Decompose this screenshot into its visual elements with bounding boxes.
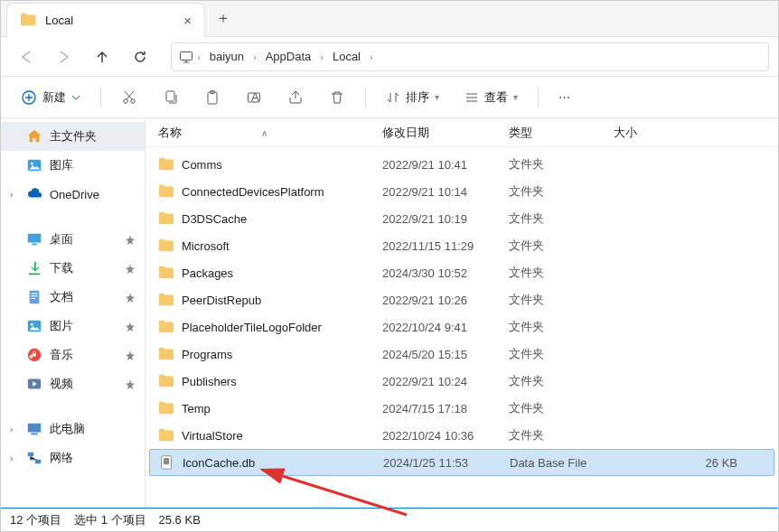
file-name: ConnectedDevicesPlatform [182, 185, 324, 199]
chevron-right-icon[interactable]: › [10, 453, 19, 463]
paste-button[interactable] [195, 82, 230, 113]
pin-icon [126, 350, 136, 360]
folder-row[interactable]: Comms2022/9/21 10:41文件夹 [149, 151, 774, 178]
new-button[interactable]: 新建 [12, 82, 89, 113]
file-type: 文件夹 [509, 346, 614, 362]
svg-rect-0 [181, 51, 192, 60]
folder-row[interactable]: Temp2024/7/15 17:18文件夹 [149, 395, 774, 422]
file-name: PeerDistRepub [182, 294, 261, 307]
sidebar-item-network[interactable]: › 网络 [1, 443, 145, 472]
file-type: 文件夹 [509, 373, 614, 389]
folder-row[interactable]: ConnectedDevicesPlatform2022/9/21 10:14文… [149, 178, 774, 205]
folder-row[interactable]: Microsoft2022/11/15 11:29文件夹 [149, 232, 774, 259]
sort-button[interactable]: 排序 ▾ [377, 82, 448, 113]
rename-button[interactable]: A [237, 82, 271, 113]
more-button[interactable]: ⋯ [549, 82, 579, 113]
svg-rect-21 [28, 424, 41, 433]
file-row[interactable]: IconCache.db2024/1/25 11:53Data Base Fil… [149, 449, 774, 476]
folder-icon [158, 210, 174, 227]
sidebar-item-pinned[interactable]: 桌面 [1, 225, 145, 254]
delete-button[interactable] [320, 82, 354, 113]
sidebar: 主文件夹 图库 › OneDrive 桌面下载文档图片音乐视频 › 此电脑 › … [1, 118, 145, 508]
chevron-down-icon [71, 93, 80, 102]
sidebar-item-pinned[interactable]: 文档 [1, 283, 145, 312]
file-name: IconCache.db [183, 456, 255, 470]
sidebar-item-pinned[interactable]: 下载 [1, 254, 145, 283]
close-tab-icon[interactable]: × [183, 13, 192, 28]
sidebar-icon [26, 231, 42, 247]
file-type: 文件夹 [509, 400, 614, 416]
breadcrumb[interactable]: › baiyun › AppData › Local › [171, 42, 769, 71]
file-date: 2022/9/21 10:24 [382, 375, 509, 388]
titlebar: Local × ＋ [1, 1, 778, 37]
address-bar: › baiyun › AppData › Local › [1, 37, 778, 77]
file-name: Publishers [182, 375, 237, 388]
chevron-right-icon[interactable]: › [10, 190, 19, 200]
folder-row[interactable]: D3DSCache2022/9/21 10:19文件夹 [149, 205, 774, 232]
breadcrumb-item[interactable]: baiyun [204, 48, 249, 65]
new-tab-button[interactable]: ＋ [205, 1, 241, 37]
sidebar-label: 主文件夹 [50, 128, 97, 145]
folder-icon [158, 400, 174, 416]
svg-rect-12 [32, 244, 36, 246]
view-button[interactable]: 查看 ▾ [455, 82, 527, 113]
file-date: 2024/5/20 15:15 [382, 348, 509, 361]
folder-row[interactable]: Programs2024/5/20 15:15文件夹 [149, 341, 774, 368]
file-date: 2022/11/15 11:29 [382, 239, 509, 253]
sidebar-item-pinned[interactable]: 图片 [1, 312, 145, 341]
file-type: 文件夹 [509, 265, 614, 281]
sidebar-item-pinned[interactable]: 视频 [1, 369, 145, 398]
file-type: 文件夹 [509, 210, 614, 227]
folder-row[interactable]: VirtualStore2022/10/24 10:36文件夹 [149, 422, 774, 449]
nav-up-button[interactable] [86, 41, 118, 73]
sidebar-icon [26, 260, 42, 276]
nav-refresh-button[interactable] [124, 41, 156, 73]
sidebar-item-onedrive[interactable]: › OneDrive [1, 180, 145, 209]
folder-icon [158, 292, 174, 308]
sidebar-item-gallery[interactable]: 图库 [1, 151, 145, 180]
svg-point-10 [31, 163, 33, 165]
folder-row[interactable]: PeerDistRepub2022/9/21 10:26文件夹 [149, 286, 774, 313]
sidebar-icon [26, 318, 42, 334]
chevron-right-icon[interactable]: › [10, 425, 19, 434]
sidebar-item-home[interactable]: 主文件夹 [1, 122, 145, 151]
network-icon [26, 450, 42, 466]
file-name: Packages [182, 266, 233, 280]
chevron-right-icon: › [253, 51, 257, 62]
chevron-right-icon: › [320, 51, 324, 62]
column-size[interactable]: 大小 [614, 125, 778, 141]
folder-icon [158, 183, 174, 200]
sidebar-item-thispc[interactable]: › 此电脑 [1, 415, 145, 443]
file-type: 文件夹 [509, 156, 614, 173]
column-type[interactable]: 类型 [509, 125, 614, 141]
file-type: 文件夹 [509, 238, 614, 254]
copy-button[interactable] [154, 82, 188, 113]
chevron-right-icon: › [370, 51, 373, 62]
folder-row[interactable]: Publishers2022/9/21 10:24文件夹 [149, 368, 774, 395]
folder-row[interactable]: Packages2024/3/30 10:52文件夹 [149, 259, 774, 286]
nav-back-button[interactable] [10, 41, 42, 73]
breadcrumb-item[interactable]: Local [327, 48, 366, 65]
cut-button[interactable] [112, 82, 146, 113]
sidebar-item-pinned[interactable]: 音乐 [1, 341, 145, 369]
folder-row[interactable]: PlaceholderTileLogoFolder2022/10/24 9:41… [149, 313, 774, 341]
svg-rect-14 [31, 294, 37, 294]
file-size: 26 KB [615, 456, 774, 470]
share-button[interactable] [278, 82, 313, 113]
nav-forward-button[interactable] [48, 41, 80, 73]
column-headers[interactable]: 名称∧ 修改日期 类型 大小 [145, 118, 778, 147]
tab-local[interactable]: Local × [6, 3, 205, 37]
sidebar-icon [26, 289, 42, 305]
file-name: D3DSCache [182, 212, 247, 226]
column-name[interactable]: 名称∧ [158, 125, 382, 141]
file-date: 2022/9/21 10:26 [382, 294, 509, 307]
pin-icon [126, 235, 136, 245]
breadcrumb-item[interactable]: AppData [260, 48, 317, 65]
file-list[interactable]: Comms2022/9/21 10:41文件夹ConnectedDevicesP… [145, 147, 778, 508]
sidebar-label: 此电脑 [50, 421, 85, 437]
sidebar-label: OneDrive [50, 188, 99, 201]
sort-label: 排序 [406, 89, 429, 106]
main: 主文件夹 图库 › OneDrive 桌面下载文档图片音乐视频 › 此电脑 › … [1, 118, 778, 508]
column-date[interactable]: 修改日期 [382, 125, 509, 141]
sidebar-label: 桌面 [50, 231, 73, 247]
